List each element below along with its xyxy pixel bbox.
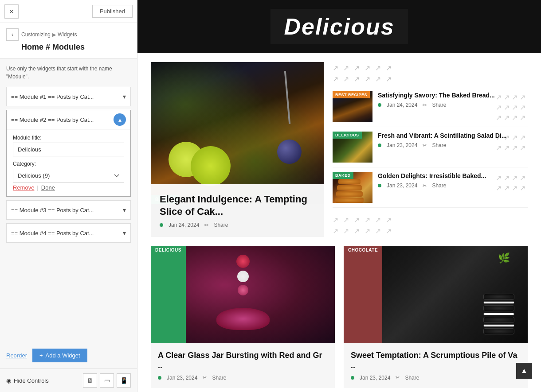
remove-link[interactable]: Remove xyxy=(13,184,34,191)
site-logo-text: Delicious xyxy=(284,14,394,39)
breadcrumb-section: ‹ Customizing ▶ Widgets Home # Modules xyxy=(0,23,137,58)
widget-2-label: == Module #2 == Posts by Cat... xyxy=(11,116,114,123)
top-bar: ✕ Published xyxy=(0,0,137,23)
widget-3-arrow: ▾ xyxy=(123,206,126,213)
breadcrumb-widgets[interactable]: Widgets xyxy=(58,31,77,38)
widget-row-4[interactable]: == Module #4 == Posts by Cat... ▾ xyxy=(6,223,131,243)
module-title-label: Module title: xyxy=(13,135,124,141)
page-title: Home # Modules xyxy=(6,43,131,52)
meta-dot xyxy=(160,223,163,227)
side-post-0: BEST RECIPES Satisfyingly Savory: The Ba… xyxy=(333,91,528,127)
oreo-stack xyxy=(483,294,514,334)
featured-meta: Jan 24, 2024 ✂ Share xyxy=(160,222,315,228)
pancake-deco xyxy=(335,179,364,203)
mobile-view-button[interactable]: 📱 xyxy=(117,373,131,388)
bottom-post-1-meta: Jan 23, 2024 ✂ Share xyxy=(351,375,521,381)
breadcrumb: Customizing ▶ Widgets xyxy=(21,31,77,38)
tablet-view-button[interactable]: ▭ xyxy=(100,373,114,388)
share-icon: ✂ xyxy=(423,102,427,108)
bottom-post-0-title: A Clear Glass Jar Bursting with Red and … xyxy=(158,350,328,371)
bottom-actions: Reorder + Add a Widget xyxy=(0,342,137,369)
bottom-post-1-caption: Sweet Temptation: A Scrumptious Pile of … xyxy=(344,343,528,388)
separator: | xyxy=(37,184,38,191)
desktop-view-button[interactable]: 🖥 xyxy=(83,373,97,388)
featured-img-overlay xyxy=(151,62,324,204)
site-logo: Delicious xyxy=(270,9,408,44)
left-panel: ✕ Published ‹ Customizing ▶ Widgets Home… xyxy=(0,0,137,392)
deco-arrows-1: ↗↗↗↗ ↗↗↗↗ ↗↗↗↗ xyxy=(494,91,528,124)
hide-controls-button[interactable]: ◉ Hide Controls xyxy=(6,377,49,384)
published-button[interactable]: Published xyxy=(92,5,133,18)
deco-arrows-3: ↗↗↗↗ ↗↗↗↗ xyxy=(494,172,528,194)
bottom-post-1-date: Jan 23, 2024 xyxy=(360,375,390,381)
featured-post: BAKED Elegant Indulgence: A Tempting Sli… xyxy=(151,62,324,237)
module-title-input[interactable] xyxy=(13,143,124,156)
add-widget-label: Add a Widget xyxy=(46,352,80,359)
side-post-0-date: Jan 24, 2024 xyxy=(387,102,417,108)
bottom-post-1-tag: CHOCOLATE xyxy=(344,246,382,343)
oreo-1 xyxy=(483,294,514,300)
widget-row-2[interactable]: == Module #2 == Posts by Cat... ▴ xyxy=(6,110,131,129)
share-icon: ✂ xyxy=(396,375,400,380)
dessert-base xyxy=(151,308,335,330)
widget-4-arrow: ▾ xyxy=(123,229,126,237)
mint-deco: 🌿 xyxy=(498,252,510,264)
share-icon: ✂ xyxy=(204,222,208,228)
side-post-0-tag: BEST RECIPES xyxy=(333,91,370,98)
featured-date: Jan 24, 2024 xyxy=(169,222,199,228)
featured-share[interactable]: Share xyxy=(214,222,228,228)
view-buttons: 🖥 ▭ 📱 xyxy=(83,373,131,388)
widget-actions: Remove | Done xyxy=(13,184,124,191)
category-label: Category: xyxy=(13,161,124,167)
meta-dot xyxy=(378,144,381,147)
side-post-0-share[interactable]: Share xyxy=(432,102,446,108)
widget-1-label: == Module #1 == Posts by Cat... xyxy=(11,93,123,100)
scroll-top-button[interactable]: ▲ xyxy=(516,363,532,379)
back-button[interactable]: ‹ xyxy=(6,28,19,41)
blueberry-deco xyxy=(277,140,302,164)
close-button[interactable]: ✕ xyxy=(4,4,19,19)
featured-image: BAKED xyxy=(151,62,324,204)
bottom-post-1-share[interactable]: Share xyxy=(405,375,419,381)
done-link[interactable]: Done xyxy=(41,184,55,191)
meta-dot xyxy=(378,184,381,187)
bottom-post-1-image: CHOCOLATE 🌿 xyxy=(344,246,528,343)
side-posts: ↗↗↗↗↗↗ ↗↗↗↗↗↗ BEST RECIPES Satisfyingly … xyxy=(333,62,528,237)
deco-arrows-bottom: ↗↗↗↗↗↗ ↗↗↗↗↗↗ xyxy=(333,212,528,237)
hide-controls-label: Hide Controls xyxy=(14,377,49,384)
meta-dot xyxy=(158,376,161,380)
reorder-link[interactable]: Reorder xyxy=(6,352,27,359)
add-widget-button[interactable]: + Add a Widget xyxy=(32,349,87,362)
plus-icon: + xyxy=(39,352,43,359)
side-post-1-tag: DELICIOUS xyxy=(333,132,362,139)
category-select[interactable]: Delicious (9) xyxy=(13,169,124,182)
side-post-2-share[interactable]: Share xyxy=(432,182,446,189)
featured-caption: Elegant Indulgence: A Tempting Slice of … xyxy=(151,184,324,237)
content-grid: BAKED Elegant Indulgence: A Tempting Sli… xyxy=(151,62,528,237)
main-content: BAKED Elegant Indulgence: A Tempting Sli… xyxy=(137,53,541,392)
side-post-2-date: Jan 23, 2024 xyxy=(387,182,417,189)
side-post-0-image: BEST RECIPES xyxy=(333,91,372,122)
side-post-2: BAKED Golden Delights: Irresistible Bake… xyxy=(333,172,528,208)
bottom-post-0-date: Jan 23, 2024 xyxy=(167,375,197,381)
oreo-3 xyxy=(483,317,514,323)
eye-icon: ◉ xyxy=(6,377,11,384)
side-post-1: DELICIOUS Fresh and Vibrant: A Scintilla… xyxy=(333,132,528,167)
bottom-post-0-share[interactable]: Share xyxy=(212,375,226,381)
side-post-1-share[interactable]: Share xyxy=(432,142,446,148)
bottom-post-0: DELICIOUS A Clear Glass Jar Bursting wit… xyxy=(151,246,335,388)
share-icon: ✂ xyxy=(423,143,427,148)
bottom-posts: DELICIOUS A Clear Glass Jar Bursting wit… xyxy=(151,246,528,388)
bottom-post-0-image: DELICIOUS xyxy=(151,246,335,343)
widget-row-1[interactable]: == Module #1 == Posts by Cat... ▾ xyxy=(6,87,131,106)
share-icon: ✂ xyxy=(423,183,427,189)
preview-area: Delicious BAKED Elegant Indulgence: A Te… xyxy=(137,0,541,392)
lemon-deco-2 xyxy=(191,146,231,186)
breadcrumb-customizing[interactable]: Customizing xyxy=(21,31,51,38)
side-post-2-tag: BAKED xyxy=(333,172,353,179)
widget-list: == Module #1 == Posts by Cat... ▾ == Mod… xyxy=(0,87,137,342)
widget-row-3[interactable]: == Module #3 == Posts by Cat... ▾ xyxy=(6,200,131,220)
side-post-1-image: DELICIOUS xyxy=(333,132,372,163)
breadcrumb-separator: ▶ xyxy=(52,32,56,38)
widget-3-label: == Module #3 == Posts by Cat... xyxy=(11,207,123,213)
